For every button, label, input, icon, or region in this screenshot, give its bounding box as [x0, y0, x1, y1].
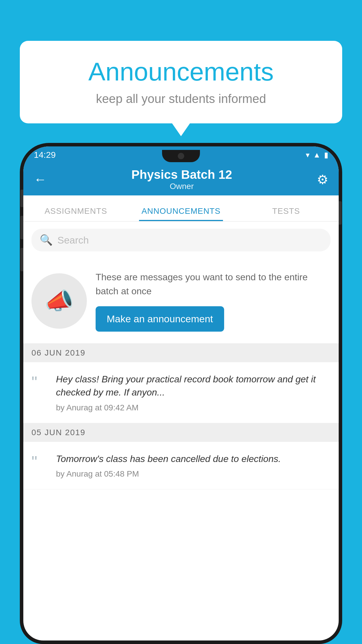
- search-placeholder: Search: [57, 235, 89, 246]
- announcement-item-1: " Hey class! Bring your practical record…: [23, 362, 339, 423]
- announcement-placeholder: 📣 These are messages you want to send to…: [23, 258, 339, 344]
- bubble-subtitle: keep all your students informed: [37, 92, 325, 106]
- back-button[interactable]: ←: [34, 172, 47, 187]
- power-button: [339, 201, 342, 225]
- announcement-content-1: Hey class! Bring your practical record b…: [56, 373, 331, 412]
- header-title: Physics Batch 12: [47, 168, 317, 182]
- announcement-text-2: Tomorrow's class has been cancelled due …: [56, 452, 331, 466]
- volume-up-button: [20, 216, 23, 239]
- speech-bubble: Announcements keep all your students inf…: [20, 41, 342, 123]
- notch: [162, 150, 200, 162]
- signal-icon: ▲: [313, 150, 321, 160]
- header-subtitle: Owner: [47, 182, 317, 191]
- announcement-text-1: Hey class! Bring your practical record b…: [56, 373, 331, 399]
- settings-icon[interactable]: ⚙: [317, 172, 328, 187]
- announcement-meta-2: by Anurag at 05:48 PM: [56, 469, 331, 479]
- tab-tests[interactable]: TESTS: [233, 206, 339, 221]
- search-icon: 🔍: [40, 234, 53, 246]
- date-separator-2: 05 JUN 2019: [23, 423, 339, 442]
- header-center: Physics Batch 12 Owner: [47, 168, 317, 191]
- tab-announcements[interactable]: ANNOUNCEMENTS: [129, 206, 234, 221]
- announcement-item-2: " Tomorrow's class has been cancelled du…: [23, 442, 339, 490]
- announcement-meta-1: by Anurag at 09:42 AM: [56, 403, 331, 412]
- speech-bubble-container: Announcements keep all your students inf…: [20, 41, 342, 123]
- mute-button: [20, 190, 23, 207]
- battery-icon: ▮: [324, 150, 328, 160]
- phone-screen: 14:29 ▾ ▲ ▮ ← Physics Batch 12 Owner ⚙ A…: [23, 146, 339, 640]
- phone-frame: 14:29 ▾ ▲ ▮ ← Physics Batch 12 Owner ⚙ A…: [20, 143, 342, 644]
- date-separator-1: 06 JUN 2019: [23, 344, 339, 362]
- volume-down-button: [20, 248, 23, 271]
- announcement-right: These are messages you want to send to t…: [96, 270, 331, 332]
- make-announcement-button[interactable]: Make an announcement: [96, 306, 224, 332]
- search-input-wrap[interactable]: 🔍 Search: [31, 229, 331, 251]
- wifi-icon: ▾: [306, 150, 310, 160]
- status-time: 14:29: [34, 150, 56, 160]
- megaphone-icon: 📣: [45, 287, 74, 315]
- announcement-description: These are messages you want to send to t…: [96, 270, 331, 298]
- tab-assignments[interactable]: ASSIGNMENTS: [23, 206, 129, 221]
- app-header: ← Physics Batch 12 Owner ⚙: [23, 163, 339, 195]
- camera: [178, 153, 184, 159]
- quote-icon-2: ": [31, 454, 49, 470]
- announcement-content-2: Tomorrow's class has been cancelled due …: [56, 452, 331, 479]
- quote-icon: ": [31, 374, 49, 390]
- bubble-title: Announcements: [37, 57, 325, 87]
- search-container: 🔍 Search: [23, 222, 339, 258]
- tabs-bar: ASSIGNMENTS ANNOUNCEMENTS TESTS: [23, 195, 339, 222]
- status-icons: ▾ ▲ ▮: [306, 150, 328, 160]
- megaphone-circle: 📣: [31, 273, 87, 329]
